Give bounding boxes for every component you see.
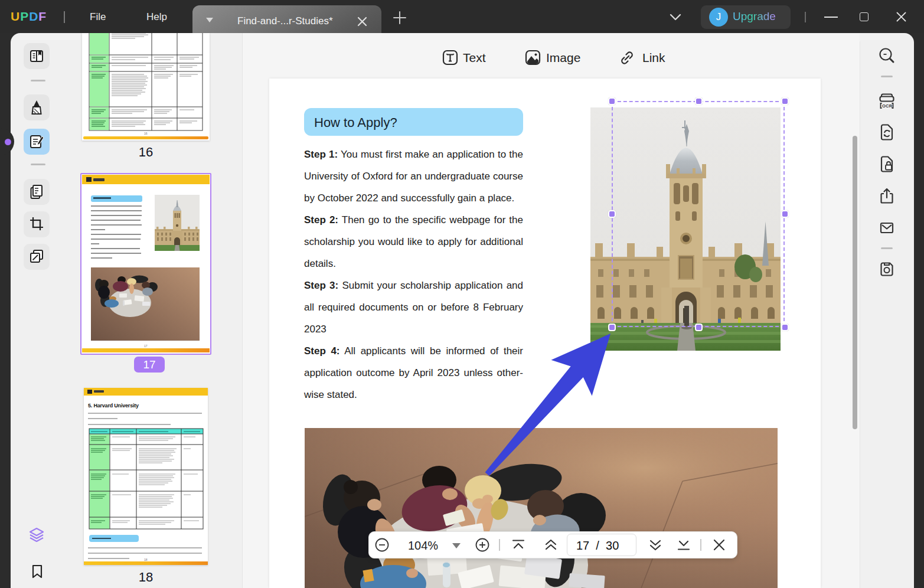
svg-text:16: 16	[144, 132, 148, 135]
svg-text:OCR: OCR	[882, 103, 893, 109]
